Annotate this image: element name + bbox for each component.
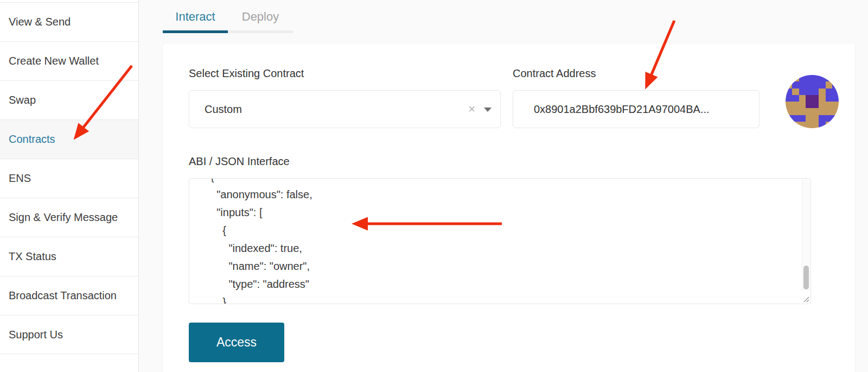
existing-contract-selected-value: Custom	[205, 91, 242, 128]
tab-deploy[interactable]: Deploy	[228, 5, 293, 33]
contract-address-input[interactable]: 0x8901a2Bbf639bFD21A97004BA...	[513, 90, 760, 128]
existing-contract-select[interactable]: Custom ×	[189, 90, 501, 128]
resize-handle-icon[interactable]	[801, 294, 810, 303]
sidebar-item-support-us[interactable]: Support Us	[0, 315, 138, 354]
sidebar-item-broadcast-transaction[interactable]: Broadcast Transaction	[0, 276, 138, 315]
abi-json-textarea[interactable]: { "anonymous": false, "inputs": [ { "ind…	[189, 178, 811, 304]
interact-contract-card: Select Existing Contract Custom × Contra…	[163, 43, 855, 372]
clear-selection-icon[interactable]: ×	[468, 91, 475, 128]
sidebar-item-tx-status[interactable]: TX Status	[0, 237, 138, 276]
select-existing-contract-label: Select Existing Contract	[189, 67, 304, 80]
access-button[interactable]: Access	[189, 323, 284, 362]
address-identicon-avatar	[786, 75, 839, 128]
sidebar-item-ens[interactable]: ENS	[0, 159, 138, 198]
sidebar-item-create-new-wallet[interactable]: Create New Wallet	[0, 41, 138, 80]
chevron-down-icon[interactable]	[484, 108, 492, 112]
scrollbar-thumb[interactable]	[803, 266, 809, 289]
sidebar-item-sign-verify-message[interactable]: Sign & Verify Message	[0, 198, 138, 237]
sidebar-item-contracts[interactable]: Contracts	[0, 119, 138, 159]
tab-interact[interactable]: Interact	[163, 5, 228, 33]
sidebar-item-view-send[interactable]: View & Send	[0, 2, 138, 41]
sidebar-nav: View & Send Create New Wallet Swap Contr…	[0, 0, 139, 372]
sidebar-item-swap[interactable]: Swap	[0, 80, 138, 119]
textarea-scrollbar[interactable]	[802, 179, 810, 291]
abi-json-content: { "anonymous": false, "inputs": [ { "ind…	[189, 178, 801, 304]
contract-address-value: 0x8901a2Bbf639bFD21A97004BA...	[534, 91, 710, 128]
contract-address-label: Contract Address	[513, 67, 596, 80]
abi-json-interface-label: ABI / JSON Interface	[189, 155, 290, 168]
contract-tabs: Interact Deploy	[163, 5, 293, 33]
